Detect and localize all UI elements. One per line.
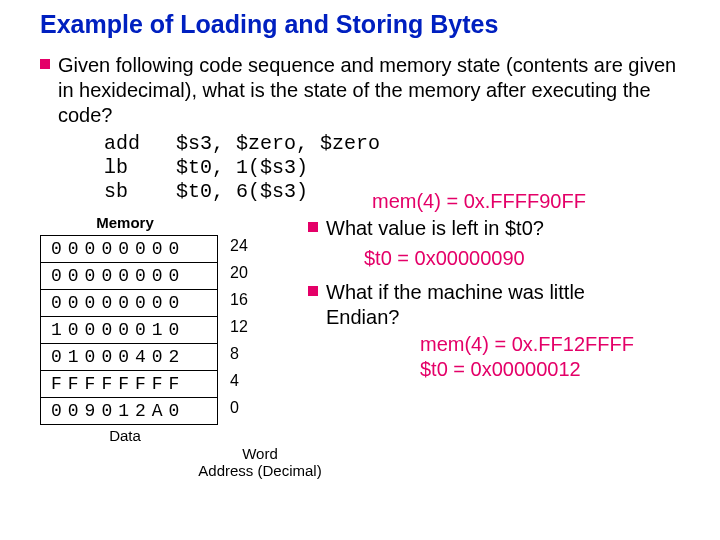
intro-text: Given following code sequence and memory… xyxy=(58,53,680,128)
bullet-square-icon xyxy=(40,59,50,69)
questions-column: What value is left in $t0? $t0 = 0x00000… xyxy=(300,214,680,479)
mem-addr: 16 xyxy=(218,290,250,317)
memory-table: 0000000024 0000000020 0000000016 1000001… xyxy=(40,235,250,425)
q2-bullet: What if the machine was little Endian? xyxy=(308,280,680,330)
mem-data: 00000000 xyxy=(41,290,218,317)
mem-data: 009012A0 xyxy=(41,398,218,425)
mem-addr: 8 xyxy=(218,344,250,371)
slide-title: Example of Loading and Storing Bytes xyxy=(40,10,680,39)
mem-addr: 0 xyxy=(218,398,250,425)
mem-addr: 12 xyxy=(218,317,250,344)
word-label-line1: Word xyxy=(242,445,278,462)
q2-answer: mem(4) = 0x.FF12FFFF $t0 = 0x00000012 xyxy=(420,332,680,382)
mem-data: FFFFFFFF xyxy=(41,371,218,398)
mem-data: 00000000 xyxy=(41,263,218,290)
table-row: 0000000016 xyxy=(41,290,250,317)
q2-text-line1: What if the machine was little xyxy=(326,280,585,305)
mem-data: 01000402 xyxy=(41,344,218,371)
bullet-square-icon xyxy=(308,286,318,296)
q2-text-line2: Endian? xyxy=(326,305,585,330)
mem-addr: 4 xyxy=(218,371,250,398)
q1-text: What value is left in $t0? xyxy=(326,216,544,241)
table-row: 0000000020 xyxy=(41,263,250,290)
data-label: Data xyxy=(40,427,210,444)
mem4-answer: mem(4) = 0x.FFFF90FF xyxy=(372,190,586,213)
intro-bullet: Given following code sequence and memory… xyxy=(40,53,680,128)
q2-answer-line1: mem(4) = 0x.FF12FFFF xyxy=(420,333,634,355)
mem-data: 10000010 xyxy=(41,317,218,344)
q1-answer: $t0 = 0x00000090 xyxy=(364,247,680,270)
table-row: 009012A00 xyxy=(41,398,250,425)
memory-column: Memory 0000000024 0000000020 0000000016 … xyxy=(40,214,300,479)
bullet-square-icon xyxy=(308,222,318,232)
q1-bullet: What value is left in $t0? xyxy=(308,216,680,241)
table-row: FFFFFFFF4 xyxy=(41,371,250,398)
table-row: 1000001012 xyxy=(41,317,250,344)
mem-addr: 20 xyxy=(218,263,250,290)
q2-answer-line2: $t0 = 0x00000012 xyxy=(420,358,581,380)
mem-addr: 24 xyxy=(218,236,250,263)
table-row: 010004028 xyxy=(41,344,250,371)
memory-header: Memory xyxy=(40,214,210,231)
table-row: 0000000024 xyxy=(41,236,250,263)
mem-data: 00000000 xyxy=(41,236,218,263)
